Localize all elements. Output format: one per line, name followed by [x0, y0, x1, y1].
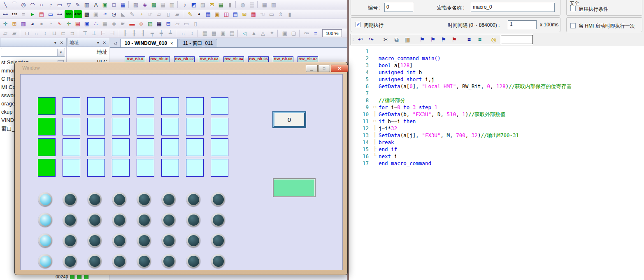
- toolbar-icon[interactable]: ✎: [128, 10, 136, 18]
- fold-marker-icon[interactable]: └: [372, 153, 378, 159]
- toolbar-icon[interactable]: ⊟: [164, 20, 172, 28]
- bit-lamp-square[interactable]: [63, 138, 80, 156]
- toolbar-icon[interactable]: ▭: [46, 10, 55, 18]
- run-once-checkbox[interactable]: [570, 23, 576, 28]
- enable-condition-checkbox[interactable]: [570, 6, 576, 11]
- round-lamp[interactable]: [162, 192, 176, 206]
- toolbar-icon[interactable]: ⊥: [90, 29, 98, 37]
- toolbar-icon[interactable]: ╲: [1, 1, 9, 9]
- bit-lamp-square[interactable]: [63, 97, 80, 115]
- periodic-checkbox[interactable]: ✓: [356, 22, 361, 27]
- toolbar-icon[interactable]: ▦: [155, 20, 163, 28]
- fold-marker-icon[interactable]: │: [372, 111, 378, 117]
- editor-toolbar-icon[interactable]: ▥: [403, 35, 412, 44]
- toolbar-icon[interactable]: ▥: [168, 1, 176, 9]
- bit-lamp-square[interactable]: [112, 138, 130, 156]
- editor-toolbar-icon[interactable]: ↶: [356, 35, 365, 44]
- bit-lamp-square[interactable]: [161, 118, 179, 135]
- toolbar-icon[interactable]: ≡: [19, 10, 28, 18]
- bit-lamp-square[interactable]: [137, 159, 154, 177]
- toolbar-icon[interactable]: ⌖: [268, 29, 276, 37]
- toolbar-icon[interactable]: ▧: [146, 20, 154, 28]
- bit-lamp-square[interactable]: [63, 159, 80, 177]
- bit-lamp-square[interactable]: [211, 97, 228, 115]
- toolbar-icon[interactable]: ◕: [28, 20, 37, 28]
- toolbar-icon[interactable]: ▤: [217, 1, 225, 9]
- window-tab[interactable]: 10 - WINDOW_010×: [120, 39, 178, 47]
- close-button[interactable]: ✕: [331, 65, 348, 72]
- round-lamp[interactable]: [112, 213, 126, 227]
- fold-marker-icon[interactable]: │: [372, 125, 378, 131]
- editor-toolbar-icon[interactable]: ⚑: [450, 35, 459, 44]
- code-line[interactable]: 14│break: [349, 139, 644, 146]
- toolbar-icon[interactable]: ◠: [28, 1, 37, 9]
- numeric-display[interactable]: 0: [273, 112, 306, 128]
- bit-lamp-square[interactable]: [211, 159, 228, 177]
- toolbar-icon[interactable]: ▣: [213, 10, 221, 18]
- toolbar-icon[interactable]: ▤: [74, 20, 82, 28]
- interval-input[interactable]: 1: [508, 20, 537, 29]
- code-line[interactable]: 3bool a[128]: [349, 62, 644, 69]
- bit-lamp-square[interactable]: [87, 159, 105, 177]
- toolbar-icon[interactable]: ▩: [150, 1, 158, 9]
- editor-toolbar-icon[interactable]: ⚑: [439, 35, 448, 44]
- toolbar-icon[interactable]: Go: [302, 29, 311, 37]
- toolbar-icon[interactable]: ⊶: [56, 10, 64, 18]
- fold-marker-icon[interactable]: │: [372, 139, 378, 145]
- toolbar-grip[interactable]: ⁞: [353, 37, 353, 42]
- toolbar-icon[interactable]: ◍: [239, 1, 247, 9]
- bit-lamp-square[interactable]: [161, 138, 179, 156]
- toolbar-icon[interactable]: A: [92, 1, 100, 9]
- toolbar-icon[interactable]: ▯: [164, 10, 172, 18]
- round-lamp[interactable]: [88, 192, 102, 206]
- editor-toolbar-icon[interactable]: ≡: [465, 35, 474, 44]
- toolbar-icon[interactable]: ▦: [204, 10, 212, 18]
- toolbar-icon[interactable]: ⊣: [108, 29, 116, 37]
- toolbar-icon[interactable]: ▭: [267, 10, 276, 18]
- toolbar-icon[interactable]: ▽: [65, 1, 73, 9]
- code-line[interactable]: 11⊟if b==i then: [349, 118, 644, 125]
- code-line[interactable]: 6GetData(a[0], "Local HMI", RW_Bit, 0, 1…: [349, 83, 644, 90]
- round-lamp[interactable]: [211, 233, 225, 247]
- toolbar-icon[interactable]: ◣: [119, 10, 127, 18]
- toolbar-icon[interactable]: ┨: [139, 29, 147, 37]
- bit-square[interactable]: [70, 275, 74, 279]
- toolbar-icon[interactable]: ▩: [210, 29, 218, 37]
- toolbar-icon[interactable]: ◔: [46, 20, 55, 28]
- toolbar-icon[interactable]: ▦: [101, 20, 109, 28]
- bit-lamp-square[interactable]: [211, 118, 228, 135]
- toolbar-icon[interactable]: ◔: [137, 10, 145, 18]
- minimize-button[interactable]: ▁: [306, 65, 318, 72]
- code-line[interactable]: 12│j=i*32: [349, 125, 644, 132]
- bit-lamp-square[interactable]: [112, 97, 130, 115]
- code-line[interactable]: 2macro_command main(): [349, 55, 644, 62]
- fold-marker-icon[interactable]: │: [372, 132, 378, 138]
- search-input[interactable]: [501, 35, 533, 44]
- round-lamp[interactable]: [137, 233, 151, 247]
- toolbar-icon[interactable]: ◈: [141, 1, 149, 9]
- round-lamp[interactable]: [63, 233, 77, 247]
- toolbar-icon[interactable]: ▣: [92, 10, 100, 18]
- toolbar-icon[interactable]: ▤: [228, 29, 236, 37]
- round-lamp[interactable]: [63, 254, 77, 268]
- tree-item[interactable]: sswor: [1, 92, 15, 100]
- macro-name-input[interactable]: macro_0: [471, 3, 555, 12]
- round-lamp[interactable]: [112, 254, 126, 268]
- toolbar-icon[interactable]: ●: [37, 20, 46, 28]
- bit-square[interactable]: [77, 275, 81, 279]
- bit-lamp-square[interactable]: [211, 138, 228, 156]
- toolbar-icon[interactable]: ▣: [83, 20, 91, 28]
- tree-filter-combobox[interactable]: ▼: [1, 48, 65, 57]
- toolbar-icon[interactable]: ⊐: [68, 29, 77, 37]
- code-line[interactable]: 8//循环部分: [349, 97, 644, 104]
- bit-lamp-square[interactable]: [137, 138, 154, 156]
- toolbar-icon[interactable]: ▱: [155, 10, 163, 18]
- editor-toolbar-icon[interactable]: ✂: [381, 35, 391, 44]
- code-line[interactable]: 13│SetData(a[j], "FX3U", M, 700, 32)//输出…: [349, 132, 644, 139]
- toolbar-icon[interactable]: ▣: [281, 29, 289, 37]
- round-lamp[interactable]: [186, 213, 200, 227]
- bit-lamp-square[interactable]: [87, 138, 105, 156]
- toolbar-icon[interactable]: ✎: [186, 10, 194, 18]
- toolbar-icon[interactable]: ▰: [173, 10, 181, 18]
- toolbar-icon[interactable]: ▨: [199, 1, 207, 9]
